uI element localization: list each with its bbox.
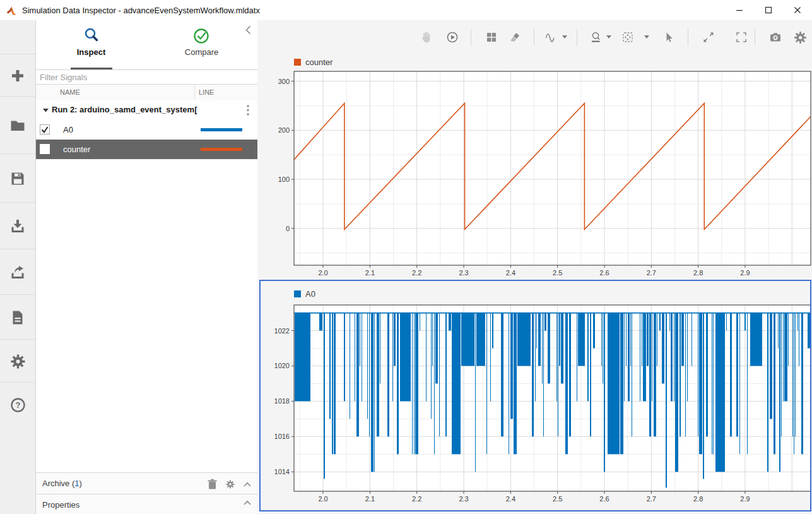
svg-text:2.7: 2.7 [647,495,656,503]
toolbar-separator [577,29,577,45]
export-icon [9,264,26,280]
eraser-icon [508,30,522,44]
svg-text:2.9: 2.9 [740,495,750,503]
run-group-row[interactable]: Run 2: arduino_samd_event_system[ [36,100,257,121]
zoom-time-icon [589,30,603,44]
fit-mode-dropdown[interactable] [644,35,650,40]
help-icon: ? [9,397,26,414]
svg-text:2.2: 2.2 [412,269,421,277]
svg-text:1022: 1022 [274,327,290,335]
archive-collapse-chevron-icon[interactable] [244,482,251,487]
save-icon [9,170,26,187]
tab-inspect[interactable]: Inspect [36,20,146,69]
add-button[interactable] [0,54,35,97]
export-button[interactable] [0,249,35,295]
svg-text:100: 100 [278,176,290,183]
title-bar: Simulation Data Inspector - advanceEvenS… [0,0,812,21]
filter-signals-row [36,69,257,85]
folder-icon [9,117,26,134]
snapshot-button[interactable] [766,27,785,47]
tab-compare[interactable]: Compare [146,20,257,69]
pan-button[interactable] [416,27,435,47]
fit-to-view-button[interactable] [618,27,637,47]
left-toolbar: ? [0,20,36,514]
svg-text:?: ? [15,400,20,410]
toolbar-separator [688,29,688,45]
signal-display-button[interactable] [541,27,560,47]
minimize-button[interactable] [725,0,754,20]
subplot-counter[interactable]: 2.02.12.22.32.42.52.62.72.82.90100200300 [257,54,812,280]
signal-row-a0[interactable]: A0 [36,120,257,140]
subplot-layout-button[interactable] [482,27,501,47]
fullscreen-brackets-icon [734,30,748,44]
tab-compare-label: Compare [185,47,218,57]
plot-panel: 2.02.12.22.32.42.52.62.72.82.90100200300… [257,20,812,514]
fit-to-view-icon [621,30,635,44]
svg-text:2.8: 2.8 [693,495,703,503]
caret-down-icon [644,35,649,39]
counter-line-swatch [201,148,242,151]
a0-checkbox[interactable] [40,124,50,134]
fullscreen-button[interactable] [732,27,751,47]
svg-text:2.2: 2.2 [412,495,421,503]
toolbar-separator [534,29,534,45]
svg-text:2.3: 2.3 [459,495,468,503]
preferences-button[interactable] [0,339,35,383]
archive-section[interactable]: Archive (1) [36,472,257,494]
close-button[interactable] [783,0,812,20]
properties-collapse-chevron-icon[interactable] [244,500,251,505]
maximize-icon [765,6,772,14]
maximize-button[interactable] [754,0,783,20]
svg-text:2.5: 2.5 [553,269,562,277]
trash-icon[interactable] [208,479,217,489]
plus-icon [9,68,26,84]
plot-settings-button[interactable] [791,27,809,47]
svg-text:2.0: 2.0 [318,269,327,277]
document-icon [9,309,26,326]
cursor-button[interactable] [659,27,678,47]
zoom-in-time-button[interactable] [587,27,606,47]
archive-count: 1 [74,479,79,488]
toolbar-separator [471,29,471,45]
svg-text:2.6: 2.6 [599,495,609,503]
properties-section[interactable]: Properties [36,494,257,514]
svg-text:0: 0 [286,225,290,232]
counter-legend-label: counter [305,57,332,67]
signal-display-dropdown[interactable] [562,35,568,40]
svg-text:1018: 1018 [274,397,290,405]
counter-legend: counter [294,57,332,67]
minimize-icon [736,6,743,14]
kebab-menu-icon[interactable] [246,104,250,117]
zoom-mode-dropdown[interactable] [606,35,613,40]
svg-text:1020: 1020 [274,362,290,369]
open-button[interactable] [0,96,35,154]
pointer-arrow-icon [661,30,675,44]
svg-text:2.9: 2.9 [740,269,750,277]
collapse-panel-button[interactable] [245,25,254,35]
save-button[interactable] [0,153,35,203]
help-button[interactable]: ? [0,382,35,427]
archive-label: Archive (1) [42,479,82,488]
gear-icon [9,353,26,370]
counter-signal-label: counter [63,145,90,154]
signal-row-counter[interactable]: counter [36,140,257,159]
filter-signals-input[interactable] [36,70,257,84]
svg-text:2.7: 2.7 [647,269,656,277]
chevron-left-icon [245,25,251,35]
counter-checkbox[interactable] [40,144,50,154]
svg-text:2.5: 2.5 [553,495,562,503]
camera-icon [768,30,782,44]
archive-gear-icon[interactable] [225,479,235,489]
tab-inspect-label: Inspect [77,47,106,57]
clear-plots-button[interactable] [505,27,524,47]
import-button[interactable] [0,202,35,249]
a0-legend: A0 [294,289,315,299]
create-report-button[interactable] [0,294,35,340]
window-title: Simulation Data Inspector - advanceEvenS… [22,6,260,15]
column-header-line: LINE [199,88,214,96]
svg-text:1014: 1014 [274,468,290,475]
expand-plot-button[interactable] [699,27,718,47]
subplot-a0[interactable]: 2.02.12.22.32.42.52.62.72.82.91014101610… [257,280,812,514]
replay-button[interactable] [443,27,462,47]
signal-table-header: NAME LINE [36,85,257,101]
